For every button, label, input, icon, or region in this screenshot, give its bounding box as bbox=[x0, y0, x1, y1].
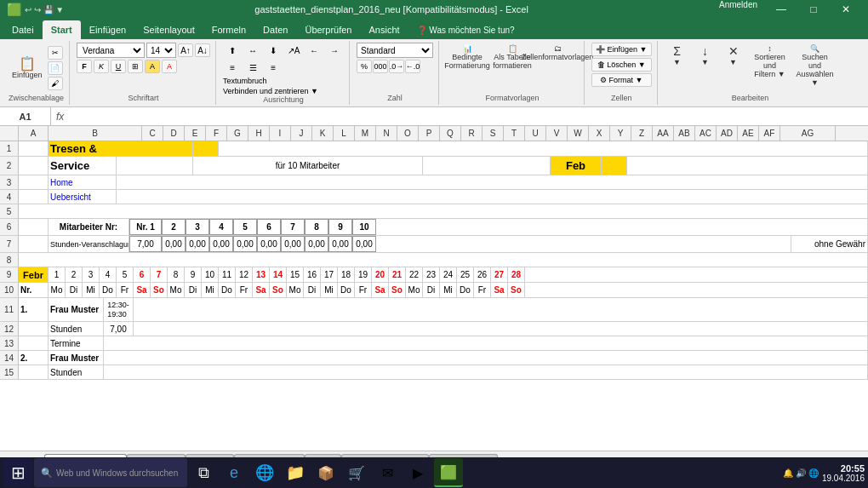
cell-10-do1[interactable]: Do bbox=[100, 283, 117, 297]
cell-1-rest[interactable] bbox=[219, 141, 868, 156]
thousands-button[interactable]: 000 bbox=[373, 60, 388, 73]
col-y[interactable]: Y bbox=[610, 126, 631, 141]
cell-14-rest[interactable] bbox=[104, 351, 868, 365]
col-ag[interactable]: AG bbox=[780, 126, 836, 141]
indent-decrease-button[interactable]: ← bbox=[305, 43, 323, 58]
cell-10-rest[interactable] bbox=[525, 283, 868, 297]
start-button[interactable]: ⊞ bbox=[3, 458, 32, 487]
cell-9-d21[interactable]: 21 bbox=[389, 267, 406, 282]
tab-seitenlayout[interactable]: Seitenlayout bbox=[134, 20, 203, 39]
cell-10-di3[interactable]: Di bbox=[304, 283, 321, 297]
cell-7-4[interactable]: 0,00 bbox=[209, 236, 233, 252]
cell-10-sa1[interactable]: Sa bbox=[134, 283, 151, 297]
col-x[interactable]: X bbox=[589, 126, 610, 141]
cell-7-3[interactable]: 0,00 bbox=[186, 236, 209, 252]
cell-7-7[interactable]: 0,00 bbox=[281, 236, 305, 252]
formula-input[interactable] bbox=[69, 107, 868, 125]
font-name-select[interactable]: Verdana bbox=[77, 43, 145, 58]
cell-10-so4[interactable]: So bbox=[508, 283, 525, 297]
cell-9-d10[interactable]: 10 bbox=[202, 267, 219, 282]
cell-10-sa2[interactable]: Sa bbox=[253, 283, 270, 297]
cell-2-c[interactable] bbox=[117, 157, 193, 175]
cell-13-a[interactable] bbox=[19, 336, 49, 350]
fill-button[interactable]: ↓ ▼ bbox=[693, 43, 718, 68]
cell-6-label[interactable]: Mitarbeiter Nr: bbox=[49, 219, 129, 235]
cell-9-d23[interactable]: 23 bbox=[423, 267, 440, 282]
format-painter-button[interactable]: 🖌 bbox=[48, 77, 63, 90]
sort-filter-button[interactable]: ↕ Sortieren und Filtern ▼ bbox=[749, 43, 791, 80]
copy-button[interactable]: 📄 bbox=[48, 61, 63, 75]
align-bottom-button[interactable]: ⬇ bbox=[264, 43, 283, 58]
signin-button[interactable]: Anmelden bbox=[719, 0, 757, 19]
increase-decimal-button[interactable]: .0→ bbox=[389, 60, 404, 73]
cell-1-e[interactable] bbox=[193, 141, 219, 156]
task-view-button[interactable]: ⧉ bbox=[189, 458, 218, 487]
dropbox-button[interactable]: 📦 bbox=[311, 458, 340, 487]
cell-9-d1[interactable]: 1 bbox=[49, 267, 66, 282]
cell-9-d22[interactable]: 22 bbox=[406, 267, 423, 282]
cell-15-a[interactable] bbox=[19, 365, 49, 379]
cell-10-so3[interactable]: So bbox=[389, 283, 406, 297]
cell-10-mo4[interactable]: Mo bbox=[406, 283, 423, 297]
close-button[interactable]: ✕ bbox=[831, 0, 861, 19]
cell-2-feb[interactable]: Feb bbox=[551, 157, 602, 175]
cell-9-d14[interactable]: 14 bbox=[270, 267, 287, 282]
col-z[interactable]: Z bbox=[631, 126, 653, 141]
conditional-format-button[interactable]: 📊 Bedingte Formatierung bbox=[446, 43, 488, 72]
align-top-button[interactable]: ⬆ bbox=[223, 43, 242, 58]
cell-8-all[interactable] bbox=[19, 253, 868, 267]
cell-14-num[interactable]: 2. bbox=[19, 351, 49, 365]
cell-9-d24[interactable]: 24 bbox=[440, 267, 457, 282]
cell-9-d26[interactable]: 26 bbox=[474, 267, 491, 282]
cell-10-sa3[interactable]: Sa bbox=[372, 283, 389, 297]
cell-6-9[interactable]: 9 bbox=[328, 219, 352, 235]
col-c[interactable]: C bbox=[142, 126, 163, 141]
cell-9-d7[interactable]: 7 bbox=[151, 267, 168, 282]
format-cells-button[interactable]: ⚙ Format ▼ bbox=[591, 73, 651, 87]
col-a[interactable]: A bbox=[19, 126, 49, 141]
increase-font-button[interactable]: A↑ bbox=[178, 43, 193, 57]
cell-9-d6[interactable]: 6 bbox=[134, 267, 151, 282]
col-aa[interactable]: AA bbox=[653, 126, 674, 141]
col-ab[interactable]: AB bbox=[674, 126, 695, 141]
cell-4-a[interactable] bbox=[19, 190, 49, 204]
col-f[interactable]: F bbox=[206, 126, 227, 141]
cell-10-fr4[interactable]: Fr bbox=[474, 283, 491, 297]
cell-5-all[interactable] bbox=[19, 204, 868, 218]
cell-9-d19[interactable]: 19 bbox=[355, 267, 372, 282]
col-s[interactable]: S bbox=[483, 126, 504, 141]
cell-9-d11[interactable]: 11 bbox=[219, 267, 236, 282]
tab-help[interactable]: ❓ Was möchten Sie tun? bbox=[408, 20, 523, 39]
cell-11-num[interactable]: 1. bbox=[19, 298, 49, 321]
cell-9-d28[interactable]: 28 bbox=[508, 267, 525, 282]
cell-15-rest[interactable] bbox=[104, 365, 868, 379]
cell-6-2[interactable]: 2 bbox=[162, 219, 186, 235]
tab-ansicht[interactable]: Ansicht bbox=[360, 20, 408, 39]
font-size-select[interactable]: 14 bbox=[146, 43, 176, 58]
indent-increase-button[interactable]: → bbox=[325, 43, 344, 58]
cell-2-rest[interactable] bbox=[627, 157, 868, 175]
insert-cells-button[interactable]: ➕ Einfügen ▼ bbox=[591, 43, 651, 56]
cell-12-val[interactable]: 7,00 bbox=[104, 322, 134, 336]
align-right-button[interactable]: ≡ bbox=[264, 60, 283, 75]
col-l[interactable]: L bbox=[334, 126, 355, 141]
cell-9-d25[interactable]: 25 bbox=[457, 267, 474, 282]
tab-start[interactable]: Start bbox=[43, 20, 81, 39]
cell-2-a[interactable] bbox=[19, 157, 49, 175]
cell-9-d17[interactable]: 17 bbox=[321, 267, 338, 282]
cell-10-di2[interactable]: Di bbox=[185, 283, 202, 297]
col-m[interactable]: M bbox=[355, 126, 376, 141]
cell-6-6[interactable]: 6 bbox=[257, 219, 281, 235]
delete-cells-button[interactable]: 🗑 Löschen ▼ bbox=[591, 58, 651, 72]
cell-10-mi4[interactable]: Mi bbox=[440, 283, 457, 297]
cell-10-di4[interactable]: Di bbox=[423, 283, 440, 297]
cell-9-d13[interactable]: 13 bbox=[253, 267, 270, 282]
fill-color-button[interactable]: A bbox=[145, 60, 160, 73]
cell-1-a[interactable] bbox=[19, 141, 49, 156]
col-t[interactable]: T bbox=[504, 126, 525, 141]
col-af[interactable]: AF bbox=[759, 126, 780, 141]
col-p[interactable]: P bbox=[419, 126, 440, 141]
cell-10-nr[interactable]: Nr. bbox=[19, 283, 49, 297]
cell-10-do4[interactable]: Do bbox=[457, 283, 474, 297]
cell-10-mi2[interactable]: Mi bbox=[202, 283, 219, 297]
